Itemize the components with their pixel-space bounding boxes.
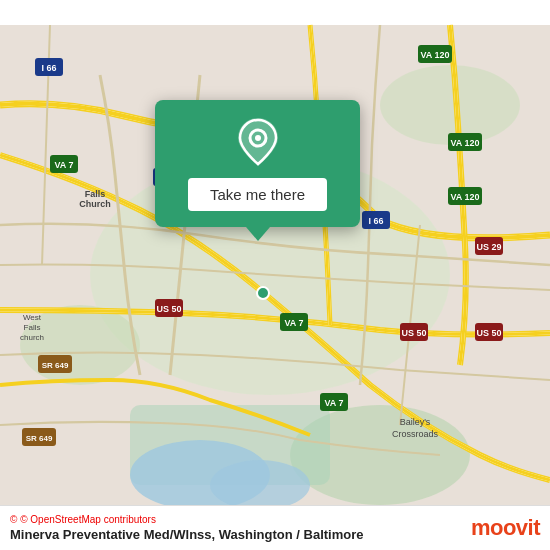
svg-text:US 50: US 50 (156, 304, 181, 314)
svg-text:VA 7: VA 7 (284, 318, 303, 328)
svg-text:US 50: US 50 (476, 328, 501, 338)
svg-point-3 (380, 65, 520, 145)
svg-text:SR 649: SR 649 (26, 434, 53, 443)
svg-text:Church: Church (79, 199, 111, 209)
take-me-there-button[interactable]: Take me there (188, 178, 327, 211)
svg-point-47 (257, 287, 269, 299)
bottom-left-info: © © OpenStreetMap contributors Minerva P… (10, 514, 363, 542)
svg-text:Crossroads: Crossroads (392, 429, 439, 439)
svg-text:VA 120: VA 120 (420, 50, 449, 60)
popup-card: Take me there (155, 100, 360, 227)
location-pin-icon (234, 118, 282, 166)
map-container: I 66 I 66 I 66 VA 120 VA 120 VA 120 VA 7… (0, 0, 550, 550)
moovit-logo: moovit (471, 515, 540, 541)
svg-text:I 66: I 66 (41, 63, 56, 73)
svg-text:SR 649: SR 649 (42, 361, 69, 370)
osm-credit: © © OpenStreetMap contributors (10, 514, 363, 525)
svg-text:Bailey's: Bailey's (400, 417, 431, 427)
svg-text:US 50: US 50 (401, 328, 426, 338)
osm-credit-text: © OpenStreetMap contributors (20, 514, 156, 525)
svg-point-49 (255, 135, 261, 141)
svg-text:VA 120: VA 120 (450, 192, 479, 202)
moovit-text: moovit (471, 515, 540, 541)
svg-text:VA 7: VA 7 (324, 398, 343, 408)
bottom-bar: © © OpenStreetMap contributors Minerva P… (0, 505, 550, 550)
svg-text:VA 7: VA 7 (54, 160, 73, 170)
copyright-symbol: © (10, 514, 17, 525)
svg-text:Falls: Falls (85, 189, 106, 199)
svg-text:VA 120: VA 120 (450, 138, 479, 148)
svg-text:West: West (23, 313, 42, 322)
svg-text:church: church (20, 333, 44, 342)
svg-text:I 66: I 66 (368, 216, 383, 226)
svg-text:Falls: Falls (24, 323, 41, 332)
place-name: Minerva Preventative Med/Wlnss, Washingt… (10, 527, 363, 542)
svg-point-7 (210, 460, 310, 510)
svg-text:US 29: US 29 (476, 242, 501, 252)
